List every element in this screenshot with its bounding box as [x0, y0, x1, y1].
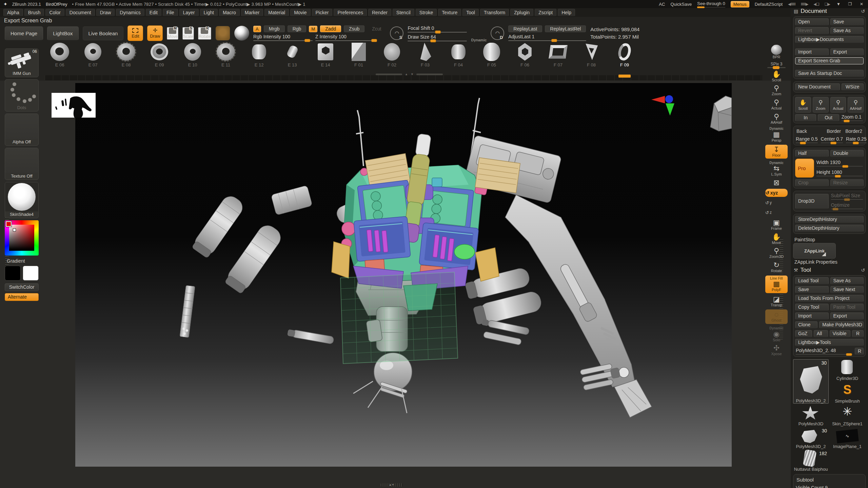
shelf-button-polyf[interactable]: Line Fill ▦ PolyF — [765, 276, 788, 293]
ac-button[interactable]: AC — [659, 2, 665, 7]
shelf-button-zoom3d[interactable]: ⚲ Zoom3D — [765, 247, 788, 259]
material-sphere-well[interactable] — [234, 26, 249, 41]
dock-left-icon[interactable]: ◀❏ — [813, 2, 819, 6]
quicksave-button[interactable]: QuickSave — [670, 2, 692, 7]
zadd-m-chip[interactable]: M — [309, 26, 317, 32]
menu-item[interactable]: Material — [264, 9, 289, 16]
export-button[interactable]: Export — [830, 48, 864, 56]
tool-thumbnail[interactable]: S SimpleBrush — [830, 382, 865, 404]
right-tray-toggle-icon[interactable]: ‖‖‖‖▶ — [801, 2, 808, 6]
mrgb-a-chip[interactable]: A — [253, 26, 261, 32]
lightbox-button[interactable]: LightBox — [47, 26, 78, 40]
imm-mesh-thumbnail[interactable]: E 10 — [178, 42, 208, 75]
document-canvas[interactable] — [75, 83, 732, 467]
imm-mesh-thumbnail[interactable]: F 01 — [344, 42, 374, 75]
menu-item[interactable]: File — [163, 9, 178, 16]
save-button[interactable]: Save — [830, 18, 864, 25]
width-slider[interactable]: Width 1920 — [816, 160, 864, 167]
imm-mesh-thumbnail[interactable]: E 11 — [211, 42, 241, 75]
optimize-slider[interactable]: Optimize — [830, 202, 864, 209]
secondary-color-swatch[interactable] — [23, 266, 39, 281]
tool-r-button[interactable]: R — [855, 348, 864, 355]
imm-mesh-thumbnail[interactable]: F 07 — [543, 42, 573, 75]
visible-count-slider[interactable]: Visible Count 9 — [795, 485, 864, 488]
left-tray-toggle-icon[interactable]: ◀‖‖‖‖ — [788, 2, 795, 6]
restore-button[interactable]: ❐ — [847, 2, 853, 6]
current-stroke-tile[interactable]: Dots — [5, 79, 39, 111]
save-as-button[interactable]: Save As — [830, 27, 864, 34]
current-alpha-tile[interactable]: Alpha Off — [5, 114, 39, 146]
current-texture-tile[interactable]: Texture Off — [5, 148, 39, 180]
menu-item[interactable]: Draw — [96, 9, 115, 16]
menu-item[interactable]: Document — [66, 9, 95, 16]
menu-item[interactable]: Tool — [462, 9, 479, 16]
half-button[interactable]: Half — [795, 150, 829, 157]
document-nav-thumbnail[interactable] — [52, 93, 96, 118]
goz-button[interactable]: GoZ — [795, 330, 812, 337]
shelf-button-xpose[interactable]: ✣ Xpose — [765, 344, 788, 356]
imm-mesh-thumbnail[interactable]: E 09 — [144, 42, 174, 75]
doc-nav-button[interactable]: ✋ Scroll — [795, 97, 811, 113]
shelf-button-persp[interactable]: Dynamic ▦ Persp — [765, 127, 788, 142]
imm-mesh-thumbnail[interactable]: F 02 — [377, 42, 407, 75]
delete-depth-history-button[interactable]: DeleteDepthHistory — [795, 225, 864, 232]
imm-mesh-thumbnail[interactable]: E 13 — [277, 42, 307, 75]
clone-button[interactable]: Clone — [795, 321, 817, 328]
strip-tick-bar[interactable] — [45, 75, 762, 80]
menu-item[interactable]: Zplugin — [510, 9, 533, 16]
dots-stroke-icon[interactable]: ◠D — [491, 26, 504, 40]
scroll-down-icon[interactable]: ▼ — [411, 73, 414, 76]
imm-mesh-thumbnail[interactable]: F 04 — [443, 42, 473, 75]
imm-mesh-thumbnail[interactable]: F 06 — [510, 42, 540, 75]
tool-thumbnail[interactable]: ✳ Skin_ZSphere1 — [830, 405, 865, 426]
border-label[interactable]: Border — [825, 128, 842, 135]
primary-color-swatch[interactable] — [5, 266, 21, 281]
revert-button[interactable]: Revert — [795, 27, 829, 34]
palette-reset-icon[interactable]: ↺ — [861, 8, 865, 14]
draw-mode-button[interactable]: ✛ Draw — [147, 25, 163, 41]
scale-mode-button[interactable]: S Scale — [182, 27, 194, 40]
menu-item[interactable]: Texture — [438, 9, 461, 16]
tool-thumbnail[interactable]: Cylinder3D — [830, 359, 865, 381]
menu-item[interactable]: Alpha — [3, 9, 23, 16]
imm-mesh-thumbnail[interactable]: F 03 — [410, 42, 440, 75]
camera-axis-gizmo[interactable] — [651, 95, 678, 119]
active-tool-slider[interactable]: PolyMesh3D_2. 48 — [795, 348, 853, 355]
strip-scrollbar[interactable]: ▲▼ — [376, 73, 443, 76]
imm-mesh-thumbnail[interactable]: E 06 — [45, 42, 75, 75]
goz-r-button[interactable]: R — [852, 330, 864, 337]
menus-toggle[interactable]: Menus — [731, 1, 749, 7]
zoom-slider[interactable]: Zoom 0.1 — [841, 114, 864, 121]
menu-item[interactable]: Preferences — [334, 9, 367, 16]
switch-color-button[interactable]: SwitchColor — [5, 283, 39, 291]
doc-nav-button[interactable]: ⚲ Actual — [830, 97, 846, 113]
z-intensity-slider[interactable]: Z Intensity 100 — [315, 34, 375, 41]
zapplink-button[interactable]: ZAppLink — [793, 243, 836, 259]
import-button[interactable]: Import — [795, 48, 829, 56]
see-through-slider[interactable]: See-through 0 — [697, 1, 725, 7]
menu-item[interactable]: Edit — [146, 9, 161, 16]
minimize-button[interactable]: ▼ — [835, 2, 842, 6]
save-as-startup-doc-button[interactable]: Save As Startup Doc — [795, 70, 864, 77]
goz-all-button[interactable]: All — [814, 330, 828, 337]
dynamic-draw-size-label[interactable]: Dynamic — [471, 38, 487, 42]
tool-thumbnail[interactable]: ∿ ImagePlane_1 — [830, 427, 865, 449]
tool-export-button[interactable]: Export — [830, 312, 864, 320]
gradient-label[interactable]: Gradient — [5, 258, 39, 266]
menu-item[interactable]: Render — [368, 9, 391, 16]
home-page-button[interactable]: Home Page — [5, 26, 43, 40]
spix-slider[interactable]: SPix 3 — [765, 62, 788, 68]
lightbox-documents-button[interactable]: Lightbox▶Documents — [795, 36, 864, 43]
height-slider[interactable]: Height 1080 — [816, 169, 864, 177]
active-tool-thumbnail[interactable]: 30 PolyMesh3D_2 — [793, 359, 829, 404]
mrgb-button[interactable]: Mrgb — [264, 25, 285, 32]
tool-save-as-button[interactable]: Save As — [830, 277, 864, 284]
shelf-button-move[interactable]: ✋ Move — [765, 233, 788, 245]
menu-item[interactable]: Light — [200, 9, 218, 16]
texture-well[interactable] — [215, 26, 230, 41]
paintstop-item[interactable]: PaintStop — [793, 236, 866, 243]
tool-thumbnail[interactable]: PolyMesh3D — [793, 405, 829, 426]
default-zscript-button[interactable]: DefaultZScript — [755, 2, 783, 7]
rotate-mode-button[interactable]: R Rotate — [198, 27, 211, 40]
shelf-button-transp[interactable]: ◪ Transp — [765, 296, 788, 307]
